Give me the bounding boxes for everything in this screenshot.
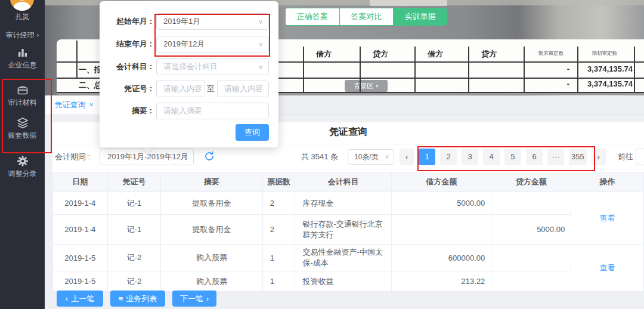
list-icon: ≡	[119, 294, 123, 303]
query-dialog: 起始年月 : 2019年1月 ∨ 结束年月 : 2019年12月 ∨ 会计科目 …	[100, 1, 278, 147]
briefcase-icon	[17, 84, 29, 96]
user-role[interactable]: 审计经理 ›	[0, 30, 45, 41]
doc-line	[360, 47, 361, 92]
cell: 600000.00	[392, 245, 491, 271]
page-button-355[interactable]: 355	[569, 149, 587, 165]
doc-line	[303, 47, 304, 92]
voucher-to-label: 至	[206, 81, 215, 97]
sidebar-item-4[interactable]: 调整分录	[0, 155, 45, 179]
action-cell: 查看	[571, 192, 644, 245]
answer-tab-1[interactable]: 正确答案	[286, 8, 339, 25]
sidebar-item-1[interactable]: 企业信息	[0, 47, 45, 70]
voucher-table: 日期凭证号摘要票据数会计科目借方金额贷方金额操作2019-1-4记-1提取备用金…	[52, 172, 644, 292]
page-prev-button[interactable]: ‹	[400, 149, 414, 165]
doc-value: -	[510, 79, 569, 88]
sidebar-item-3[interactable]: 账套数据	[0, 117, 45, 141]
column-header: 摘要	[161, 172, 262, 192]
doc-right-header: 期末审定数	[525, 50, 577, 57]
gear-icon	[17, 155, 29, 167]
sidebar: 孔岚 审计经理 › 企业信息审计材料账套数据调整分录	[0, 0, 45, 309]
avatar[interactable]	[10, 0, 34, 11]
doc-line	[524, 47, 525, 92]
chevron-down-icon: ∨	[385, 153, 389, 160]
user-name: 孔岚	[0, 12, 45, 22]
cell: 交易性金融资产-中国太保-成本	[295, 245, 392, 271]
refresh-button[interactable]	[203, 151, 215, 163]
pagination: ‹123456···355›	[400, 149, 606, 165]
cell: 银行存款-交通银行北京群芳支行	[295, 215, 392, 245]
cell: 5000.00	[392, 192, 491, 215]
background-area-button[interactable]: 背景区»	[345, 80, 388, 92]
start-month-select[interactable]: 2019年1月 ∨	[156, 13, 269, 30]
summary-label: 摘要 :	[100, 103, 152, 119]
page-button-2[interactable]: 2	[440, 149, 457, 165]
photo-highlight-2	[370, 0, 447, 6]
cell: 2019-1-4	[53, 192, 108, 215]
doc-line	[76, 41, 78, 78]
summary-input[interactable]: 请输入摘要	[156, 103, 269, 119]
tab-voucher-query[interactable]: 凭证查询 ×	[46, 95, 102, 115]
sidebar-item-2[interactable]: 审计材料	[0, 84, 45, 108]
doc-line	[468, 47, 469, 92]
close-icon[interactable]: ×	[89, 101, 93, 109]
search-button[interactable]: 查询	[236, 124, 269, 141]
answer-tab-2[interactable]: 答案对比	[339, 8, 393, 25]
previous-voucher-button[interactable]: ‹ 上一笔	[57, 291, 103, 307]
cell: 213.22	[392, 271, 491, 292]
chevron-down-icon: ∨	[258, 36, 263, 52]
bar-chart-icon	[17, 47, 29, 58]
doc-line	[577, 47, 578, 92]
page-button-5[interactable]: 5	[504, 149, 521, 165]
column-header: 会计科目	[295, 172, 392, 192]
voucher-from-input[interactable]: 请输入内容	[156, 81, 205, 97]
answer-mode-switch: 正确答案答案对比实训单据	[285, 8, 447, 26]
page-button-3[interactable]: 3	[462, 149, 478, 165]
doc-row-label: 一、报	[79, 64, 102, 75]
cell: 2019-1-5	[53, 245, 108, 271]
cell: 1	[262, 245, 295, 271]
table-row: 2019-1-4记-1提取备用金2库存现金5000.00查看	[53, 192, 644, 215]
cell: 1	[262, 271, 295, 292]
cell: 提取备用金	[161, 215, 262, 245]
table-row: 2019-1-5记-2购入股票1交易性金融资产-中国太保-成本600000.00…	[53, 245, 644, 271]
business-list-button[interactable]: ≡ 业务列表	[110, 291, 165, 307]
chevron-left-icon: ‹	[66, 294, 68, 303]
doc-line	[634, 47, 635, 92]
answer-tab-3[interactable]: 实训单据	[393, 8, 447, 25]
goto-page-input[interactable]	[636, 149, 644, 165]
cell	[491, 245, 571, 271]
view-link[interactable]: 查看	[600, 263, 615, 272]
table-row: 2019-1-4记-1提取备用金2银行存款-交通银行北京群芳支行5000.00	[53, 215, 644, 245]
chevron-down-icon: ∨	[258, 14, 263, 29]
end-month-select[interactable]: 2019年12月 ∨	[156, 36, 269, 52]
view-link[interactable]: 查看	[600, 214, 615, 223]
column-header: 票据数	[262, 172, 295, 192]
page-more-button[interactable]: ···	[547, 149, 564, 165]
page-next-button[interactable]: ›	[592, 149, 606, 165]
action-cell: 查看	[571, 245, 644, 292]
next-voucher-button[interactable]: 下一笔 ›	[172, 291, 216, 307]
refresh-icon	[204, 151, 215, 162]
chevron-double-down-icon: »	[374, 84, 380, 88]
end-month-label: 结束年月 :	[100, 36, 152, 52]
period-label: 会计期间 :	[55, 149, 90, 165]
column-header: 日期	[53, 172, 108, 192]
subject-select[interactable]: 请选择会计科目 ∨	[156, 58, 269, 75]
page-button-1[interactable]: 1	[419, 149, 435, 165]
doc-row-label: 二、总	[79, 80, 102, 91]
page-button-4[interactable]: 4	[483, 149, 500, 165]
page-size-select[interactable]: 10条/页 ∨	[348, 149, 394, 165]
cell: 购入股票	[161, 271, 262, 292]
chevron-right-icon: ›	[206, 294, 209, 303]
cell: 提取备用金	[161, 192, 262, 215]
column-header: 借方金额	[392, 172, 491, 192]
voucher-to-input[interactable]: 请输入内容	[217, 81, 269, 97]
doc-column-header: 贷方	[354, 49, 407, 60]
cell: 库存现金	[295, 192, 392, 215]
column-header: 凭证号	[107, 172, 161, 192]
cell: 记-1	[107, 215, 161, 245]
doc-column-header: 借方	[297, 49, 351, 60]
app-root: 借方贷方借方贷方 期末审定数 期初审定数 一、报 二、总 - 3,374,135…	[0, 0, 644, 309]
page-button-6[interactable]: 6	[526, 149, 543, 165]
dropdown-caret-icon: ▼	[183, 154, 188, 160]
